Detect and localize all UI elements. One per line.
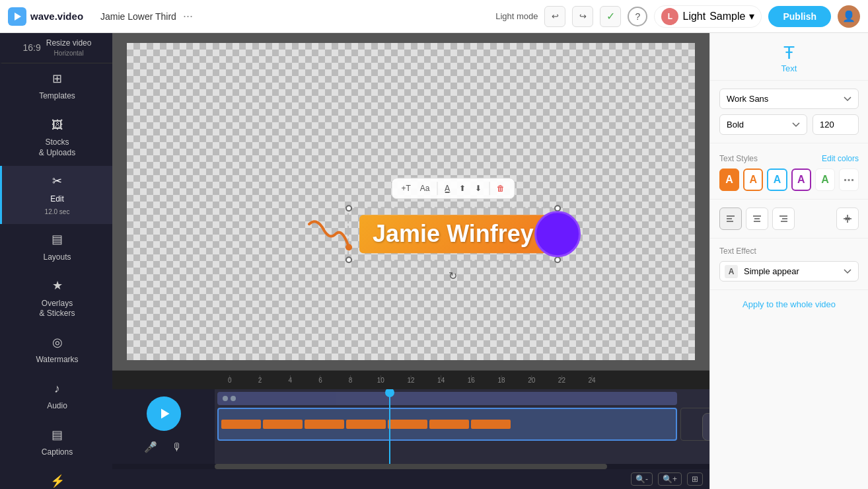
help-button[interactable]: ? bbox=[628, 7, 647, 26]
canvas-wrapper[interactable]: +T Aa A̲ ⬆ ⬇ 🗑 bbox=[112, 33, 709, 370]
sidebar-item-label-layouts: Layouts bbox=[43, 252, 71, 263]
ruler-mark-16: 16 bbox=[456, 377, 487, 384]
font-family-select[interactable]: Work Sans bbox=[719, 89, 859, 109]
sidebar-item-watermarks[interactable]: ◎ Watermarks bbox=[0, 327, 112, 373]
text-edit-toolbar: +T Aa A̲ ⬆ ⬇ 🗑 bbox=[391, 178, 515, 199]
right-panel-top: Ŧ Text bbox=[710, 33, 868, 81]
timeline-tracks[interactable]: + bbox=[215, 389, 709, 464]
logo-text: wave.video bbox=[30, 11, 83, 22]
timeline-controls: 🎤 🎙 bbox=[112, 389, 215, 464]
annotation-dot-2 bbox=[231, 396, 236, 401]
align-center-button[interactable] bbox=[746, 207, 768, 230]
edit-colors-link[interactable]: Edit colors bbox=[822, 154, 859, 163]
text-upload-button[interactable]: ⬆ bbox=[455, 181, 470, 196]
sidebar-item-edit[interactable]: ✂ Edit 12.0 sec bbox=[0, 166, 112, 224]
text-style-green-text[interactable]: A bbox=[815, 169, 835, 191]
alignment-section bbox=[710, 200, 868, 239]
sidebar-item-audio[interactable]: ♪ Audio bbox=[0, 373, 112, 420]
text-effect-select[interactable]: Simple appear bbox=[719, 261, 859, 282]
publish-button[interactable]: Publish bbox=[768, 6, 831, 27]
text-effect-section: Text Effect A Simple appear bbox=[710, 239, 868, 290]
add-clip-button[interactable]: + bbox=[702, 413, 709, 441]
stocks-icon: 🖼 bbox=[52, 118, 63, 133]
text-styles-row: Text Styles Edit colors bbox=[719, 154, 859, 163]
rotate-handle[interactable]: ↻ bbox=[449, 270, 457, 282]
text-delete-button[interactable]: 🗑 bbox=[493, 181, 509, 196]
resize-handle-tl[interactable] bbox=[345, 205, 352, 211]
project-name[interactable]: Jamie Lower Third bbox=[100, 11, 176, 22]
enhancers-icon: ⚡ bbox=[50, 474, 65, 489]
sidebar-item-enhancers[interactable]: ⚡ Enhancers bbox=[0, 466, 112, 489]
font-size-tool-button[interactable]: Aa bbox=[416, 181, 434, 196]
undo-button[interactable]: ↩ bbox=[544, 6, 565, 27]
user-chevron-icon: ▾ bbox=[749, 10, 754, 22]
resize-handle-br[interactable] bbox=[554, 256, 561, 263]
sidebar-item-templates[interactable]: ⊞ Templates bbox=[0, 63, 112, 110]
zoom-fit-button[interactable]: ⊞ bbox=[687, 472, 703, 486]
zoom-out-button[interactable]: 🔍- bbox=[631, 472, 653, 486]
sidebar-item-stocks[interactable]: 🖼 Stocks& Uploads bbox=[0, 110, 112, 167]
main-layout: 16:9 Resize video Horizontal ⊞ Templates… bbox=[0, 33, 868, 489]
sidebar-item-layouts[interactable]: ▤ Layouts bbox=[0, 224, 112, 270]
playhead[interactable] bbox=[389, 389, 390, 464]
text-value: Jamie Winfrey bbox=[373, 220, 534, 248]
text-content[interactable]: Jamie Winfrey bbox=[359, 215, 547, 253]
timeline-scrollbar[interactable] bbox=[112, 464, 709, 469]
ruler-mark-24: 24 bbox=[577, 377, 607, 384]
text-color-button[interactable]: A̲ bbox=[441, 181, 454, 196]
edit-icon: ✂ bbox=[52, 174, 62, 189]
ruler-mark-10: 10 bbox=[365, 377, 396, 384]
ruler-mark-8: 8 bbox=[336, 377, 366, 384]
track-orange-seg-7 bbox=[471, 420, 511, 429]
text-style-outline-purple[interactable]: A bbox=[791, 169, 811, 191]
templates-icon: ⊞ bbox=[52, 71, 62, 87]
topbar: wave.video Jamie Lower Third ··· Light m… bbox=[0, 0, 868, 33]
font-weight-select[interactable]: Bold bbox=[719, 114, 807, 135]
timeline-footer: 🔍- 🔍+ ⊞ bbox=[112, 469, 709, 489]
video-track-clip[interactable] bbox=[217, 408, 677, 441]
zoom-in-button[interactable]: 🔍+ bbox=[658, 472, 682, 486]
resize-icon: 16:9 bbox=[23, 42, 41, 54]
project-more-button[interactable]: ··· bbox=[183, 9, 193, 23]
font-controls: Bold 120 bbox=[719, 114, 859, 135]
sidebar-item-overlays[interactable]: ★ Overlays& Stickers bbox=[0, 270, 112, 327]
align-left-button[interactable] bbox=[719, 207, 742, 230]
avatar[interactable]: 👤 bbox=[838, 5, 860, 28]
sidebar-item-resize[interactable]: 16:9 Resize video Horizontal bbox=[0, 33, 112, 63]
text-style-solid-orange[interactable]: A bbox=[719, 169, 739, 191]
align-right-button[interactable] bbox=[772, 207, 795, 230]
text-effect-a-icon: A bbox=[725, 265, 738, 278]
add-text-button[interactable]: +T bbox=[397, 181, 414, 196]
timeline: 0 2 4 6 8 10 12 14 16 18 20 22 24 bbox=[112, 370, 709, 489]
purple-circle-decoration bbox=[534, 211, 581, 257]
text-panel-label: Text bbox=[781, 63, 797, 73]
right-panel: Ŧ Text Work Sans Bold 120 Text Styles Ed… bbox=[709, 33, 868, 489]
track-orange-seg-4 bbox=[346, 420, 386, 429]
save-check-button[interactable]: ✓ bbox=[600, 6, 621, 27]
redo-button[interactable]: ↪ bbox=[572, 6, 593, 27]
play-button[interactable] bbox=[147, 396, 181, 431]
canvas-checkerboard[interactable]: +T Aa A̲ ⬆ ⬇ 🗑 bbox=[127, 43, 695, 360]
microphone-button[interactable]: 🎙 bbox=[167, 437, 187, 457]
font-size-select[interactable]: 120 bbox=[813, 114, 859, 135]
text-style-more-button[interactable]: ··· bbox=[839, 169, 859, 191]
timeline-track-area: + bbox=[215, 389, 709, 464]
vertical-align-button[interactable] bbox=[836, 207, 859, 230]
text-style-outline-orange[interactable]: A bbox=[743, 169, 763, 191]
text-annotation-track[interactable] bbox=[217, 392, 677, 405]
user-badge[interactable]: L Light Sample ▾ bbox=[654, 5, 762, 28]
text-styles-label: Text Styles bbox=[719, 154, 758, 163]
text-overlay-box[interactable]: Jamie Winfrey bbox=[347, 207, 559, 261]
text-style-outline-blue[interactable]: A bbox=[767, 169, 787, 191]
person-mic-button[interactable]: 🎤 bbox=[141, 437, 161, 457]
apply-whole-video-button[interactable]: Apply to the whole video bbox=[710, 290, 868, 319]
timeline-scrollbar-inner[interactable] bbox=[215, 464, 607, 469]
align-controls bbox=[719, 207, 859, 230]
resize-handle-bl[interactable] bbox=[345, 256, 352, 263]
sidebar-item-captions[interactable]: ▤ Captions bbox=[0, 420, 112, 466]
overlays-icon: ★ bbox=[52, 278, 63, 293]
logo: wave.video bbox=[8, 7, 94, 26]
track-orange-seg-2 bbox=[263, 420, 303, 429]
text-overlay-container[interactable]: +T Aa A̲ ⬆ ⬇ 🗑 bbox=[347, 207, 559, 261]
text-download-button[interactable]: ⬇ bbox=[471, 181, 486, 196]
